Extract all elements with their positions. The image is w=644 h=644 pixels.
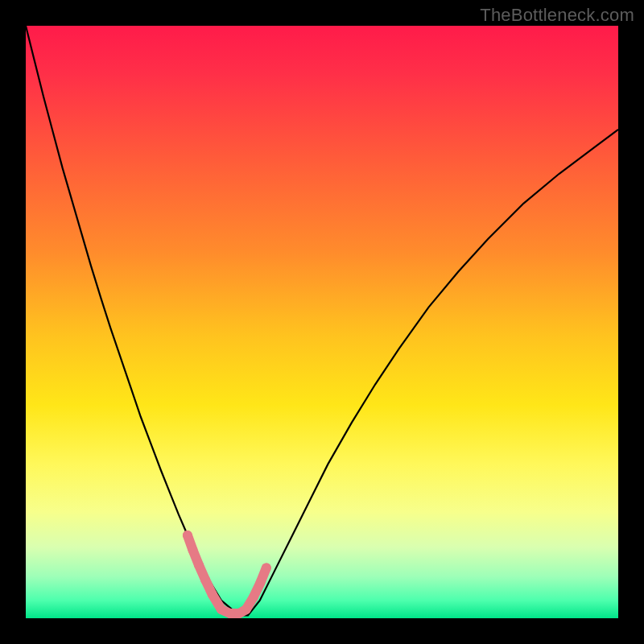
chart-container: TheBottleneck.com [0,0,644,644]
highlight-bead [183,530,192,540]
highlight-bead [188,545,198,555]
chart-svg [0,0,644,644]
highlight-bead [255,578,265,588]
highlight-bead [225,609,235,618]
watermark-text: TheBottleneck.com [480,5,634,26]
highlight-bead [249,592,258,602]
highlight-bead [242,605,251,614]
plot-background [26,26,618,618]
highlight-bead [208,590,217,600]
highlight-bead [194,560,204,570]
highlight-bead [262,563,271,572]
highlight-bead [217,605,226,614]
highlight-bead [200,575,210,584]
